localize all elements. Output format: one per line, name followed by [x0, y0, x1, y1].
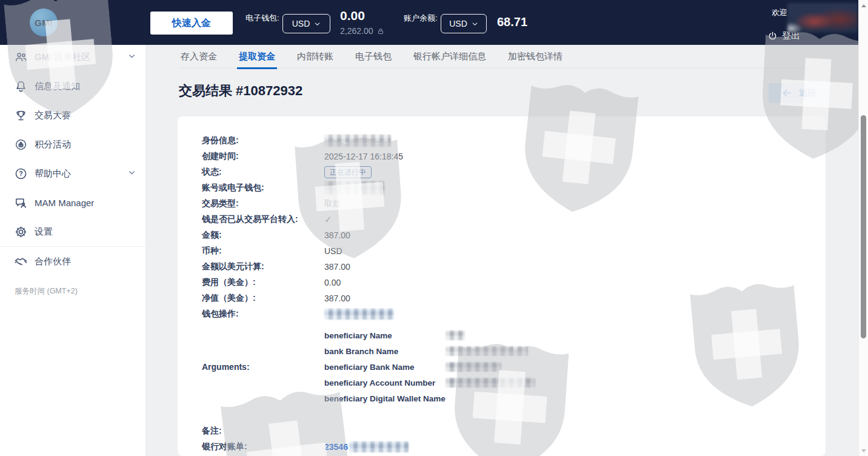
bank-statement-link[interactable]: 23546: [324, 442, 348, 452]
wallet-currency-select[interactable]: USD: [282, 14, 330, 33]
chevron-down-icon: [472, 21, 478, 27]
chevron-down-icon: [128, 52, 136, 62]
redacted-value: [324, 135, 391, 147]
redacted-value: [349, 441, 409, 452]
wallet-currency-value: USD: [292, 19, 310, 29]
sidebar: GMI 跟单社区 信息及通知 交易大赛 积分活动 ? 帮助中心 MAM Mana…: [0, 45, 146, 456]
arguments-section: Arguments: beneficiary Name bank Branch …: [202, 327, 826, 406]
help-icon: ?: [13, 166, 28, 181]
detail-row-currency: 币种: USD: [202, 243, 826, 259]
detail-row-wallet-operation: 钱包操作:: [202, 306, 826, 322]
detail-row-status: 状态: 正在进行中: [202, 164, 826, 180]
sidebar-item-mam-manager[interactable]: MAM Manager: [0, 188, 145, 217]
currency-value: USD: [324, 246, 342, 256]
sidebar-item-points-activity[interactable]: 积分活动: [0, 130, 145, 159]
detail-row-fee: 费用（美金）: 0.00: [202, 275, 826, 290]
sidebar-item-copy-community[interactable]: GMI 跟单社区: [0, 42, 145, 72]
net-value: 387.00: [324, 293, 350, 303]
sidebar-item-help-center[interactable]: ? 帮助中心: [0, 159, 145, 188]
sidebar-item-label: 设置: [35, 226, 53, 238]
lock-icon: [377, 27, 384, 35]
tab-e-wallet[interactable]: 电子钱包: [353, 49, 393, 68]
sidebar-item-label: 帮助中心: [35, 168, 71, 179]
sidebar-item-label: GMI 跟单社区: [35, 52, 91, 63]
top-navbar: GMI 快速入金 电子钱包: USD 0.00 2,262.00 账户余额: U…: [0, 0, 858, 45]
sidebar-item-settings[interactable]: 设置: [0, 217, 145, 246]
wallet-balance-sub: 2,262.00: [340, 26, 373, 36]
detail-row-notes: 备注:: [202, 423, 826, 439]
sidebar-item-label: 信息及通知: [35, 81, 80, 92]
points-icon: [13, 137, 28, 152]
detail-row-identity: 身份信息:: [202, 133, 826, 149]
sidebar-item-partners[interactable]: 合作伙伴: [0, 247, 145, 276]
quick-deposit-button[interactable]: 快速入金: [150, 12, 233, 35]
redacted-value: [446, 330, 465, 340]
account-balance-label: 账户余额:: [404, 13, 438, 24]
argument-row: beneficiary Bank Name: [324, 359, 535, 375]
trophy-icon: [13, 108, 28, 122]
page-title: 交易结果 #10872932: [179, 82, 302, 100]
transaction-result-card: 身份信息: 创建时间: 2025-12-17 16:18:45 状态: 正在进行…: [178, 116, 826, 456]
svg-text:?: ?: [19, 170, 22, 177]
handshake-icon: [13, 254, 28, 269]
detail-row-account-or-wallet: 账号或电子钱包:: [202, 180, 826, 196]
wallet-balance-main: 0.00: [340, 8, 365, 23]
argument-row: beneficiary Digital Wallet Name: [324, 391, 535, 406]
sidebar-item-label: 合作伙伴: [35, 256, 71, 267]
detail-row-amount-usd: 金额以美元计算: 387.00: [202, 259, 826, 275]
scrollbar-up-arrow[interactable]: [861, 4, 866, 7]
tab-withdraw-funds[interactable]: 提取资金: [237, 49, 277, 69]
amount-value: 387.00: [324, 230, 350, 240]
redacted-value: [446, 378, 535, 387]
wallet-label: 电子钱包:: [245, 13, 279, 24]
detail-row-bank-statement: 银行对账单: 23546: [202, 439, 826, 455]
scrollbar-thumb[interactable]: [861, 115, 866, 338]
detail-row-net: 净值（美金）: 387.00: [202, 290, 826, 306]
power-icon: [767, 31, 778, 41]
bell-icon: [13, 79, 28, 93]
sidebar-item-label: MAM Manager: [35, 198, 94, 208]
scrollbar-down-arrow[interactable]: [861, 449, 866, 452]
back-button[interactable]: 返回: [769, 83, 829, 103]
detail-row-transferred: 钱是否已从交易平台转入: ✓: [202, 212, 826, 227]
amount-usd-value: 387.00: [324, 262, 350, 272]
arguments-label: Arguments:: [202, 327, 324, 406]
transaction-type-value: 取款: [324, 198, 341, 209]
created-time-value: 2025-12-17 16:18:45: [324, 152, 403, 161]
argument-row: beneficiary Name: [324, 327, 535, 343]
redacted-value: [324, 309, 394, 320]
tab-deposit-funds[interactable]: 存入资金: [179, 49, 219, 68]
mam-icon: [13, 195, 28, 210]
arrow-left-icon: [782, 89, 792, 98]
sidebar-item-trading-contest[interactable]: 交易大赛: [0, 101, 145, 130]
funding-tabs: 存入资金 提取资金 内部转账 电子钱包 银行帐户详细信息 加密钱包详情: [179, 49, 826, 69]
users-icon: [13, 50, 28, 64]
tab-crypto-wallet-details[interactable]: 加密钱包详情: [506, 49, 564, 68]
detail-row-amount: 金额: 387.00: [202, 227, 826, 243]
chevron-down-icon: [314, 21, 321, 27]
gear-icon: [13, 224, 28, 239]
notes-label: 备注:: [202, 426, 324, 437]
account-currency-select[interactable]: USD: [441, 14, 487, 33]
sidebar-item-label: 交易大赛: [35, 110, 71, 121]
account-currency-value: USD: [449, 19, 467, 29]
argument-row: beneficiary Account Number: [324, 375, 535, 391]
main-content: 存入资金 提取资金 内部转账 电子钱包 银行帐户详细信息 加密钱包详情 交易结果…: [146, 45, 858, 456]
welcome-label: 欢迎: [772, 7, 787, 18]
redacted-value: [446, 362, 501, 372]
back-button-label: 返回: [799, 88, 816, 99]
gmi-logo[interactable]: GMI: [30, 8, 58, 36]
detail-row-transaction-type: 交易类型: 取款: [202, 196, 826, 212]
chevron-down-icon: [128, 168, 136, 179]
sidebar-item-notifications[interactable]: 信息及通知: [0, 72, 145, 101]
sidebar-item-label: 积分活动: [35, 139, 71, 150]
tab-bank-account-details[interactable]: 银行帐户详细信息: [412, 49, 488, 68]
detail-row-created-time: 创建时间: 2025-12-17 16:18:45: [202, 149, 826, 164]
scrollbar: [858, 0, 868, 456]
tab-internal-transfer[interactable]: 内部转账: [295, 49, 335, 68]
bank-statement-label: 银行对账单:: [202, 441, 324, 452]
fee-value: 0.00: [324, 278, 341, 287]
account-balance-value: 68.71: [497, 15, 527, 29]
status-badge: 正在进行中: [324, 166, 372, 178]
service-time-label: 服务时间 (GMT+2): [15, 286, 78, 297]
